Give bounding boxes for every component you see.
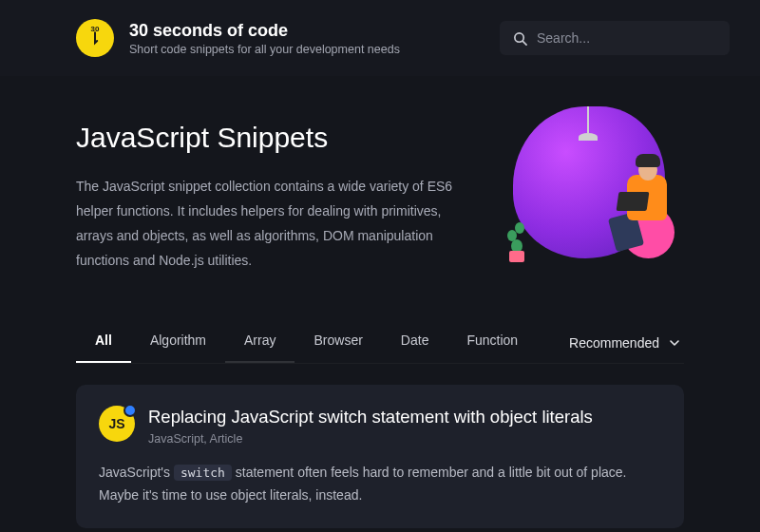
- header: 30 30 seconds of code Short code snippet…: [0, 0, 760, 76]
- card-header: JS Replacing JavaScript switch statement…: [99, 406, 661, 446]
- search-box[interactable]: [500, 21, 730, 55]
- inline-code: switch: [174, 465, 232, 481]
- brand-subtitle: Short code snippets for all your develop…: [129, 43, 484, 56]
- tab-browser[interactable]: Browser: [294, 323, 381, 363]
- js-badge: JS: [99, 406, 135, 442]
- plant-icon: [504, 215, 530, 262]
- card-title: Replacing JavaScript switch statement wi…: [148, 406, 661, 428]
- search-icon: [513, 31, 527, 46]
- lamp-icon: [587, 106, 589, 133]
- card-body: JavaScript's switch statement often feel…: [99, 461, 661, 507]
- search-input[interactable]: [537, 30, 716, 46]
- snippet-card[interactable]: JS Replacing JavaScript switch statement…: [76, 385, 684, 528]
- tab-function[interactable]: Function: [447, 323, 537, 363]
- tab-array[interactable]: Array: [225, 323, 294, 363]
- brand-block: 30 seconds of code Short code snippets f…: [129, 21, 484, 56]
- sort-label: Recommended: [569, 335, 659, 351]
- tabs: All Algorithm Array Browser Date Functio…: [76, 323, 565, 363]
- svg-line-1: [522, 41, 526, 45]
- tab-all[interactable]: All: [76, 323, 131, 363]
- page-title: JavaScript Snippets: [76, 122, 481, 154]
- hero-text: JavaScript Snippets The JavaScript snipp…: [76, 122, 481, 274]
- logo-number: 30: [91, 25, 100, 33]
- tab-date[interactable]: Date: [382, 323, 448, 363]
- new-indicator-dot: [124, 404, 137, 417]
- sort-dropdown[interactable]: Recommended: [565, 328, 684, 358]
- page-description: The JavaScript snippet collection contai…: [76, 175, 456, 274]
- stopwatch-icon: [88, 30, 102, 51]
- card-titles: Replacing JavaScript switch statement wi…: [148, 406, 661, 446]
- tabs-row: All Algorithm Array Browser Date Functio…: [76, 323, 684, 364]
- hero: JavaScript Snippets The JavaScript snipp…: [76, 122, 684, 274]
- person-illustration: [591, 144, 676, 258]
- hero-illustration: [504, 106, 684, 268]
- brand-title: 30 seconds of code: [129, 21, 484, 41]
- site-logo[interactable]: 30: [76, 19, 114, 57]
- main-content: JavaScript Snippets The JavaScript snipp…: [0, 76, 760, 528]
- chevron-down-icon: [669, 337, 680, 349]
- card-meta: JavaScript, Article: [148, 432, 661, 446]
- tab-algorithm[interactable]: Algorithm: [131, 323, 225, 363]
